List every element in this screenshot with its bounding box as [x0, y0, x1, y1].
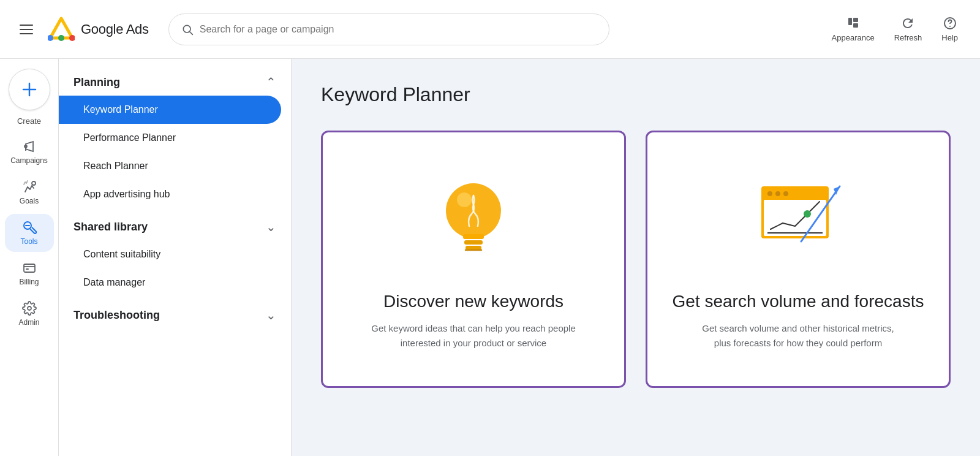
appearance-icon: [846, 16, 861, 31]
discover-keywords-desc: Get keyword ideas that can help you reac…: [369, 321, 578, 351]
svg-rect-8: [853, 23, 858, 28]
planning-section-header[interactable]: Planning ⌃: [59, 69, 291, 96]
plus-icon: [21, 81, 38, 98]
nav-menu: Planning ⌃ Keyword Planner Performance P…: [59, 59, 292, 456]
svg-point-29: [775, 191, 780, 196]
top-nav: Google Ads Appearance Refresh: [0, 0, 980, 59]
svg-point-33: [804, 210, 811, 218]
search-volume-card[interactable]: Get search volume and forecasts Get sear…: [646, 131, 951, 388]
google-ads-logo-text: Google Ads: [81, 21, 149, 37]
page-title: Keyword Planner: [321, 83, 951, 106]
svg-rect-6: [848, 18, 852, 25]
search-volume-title: Get search volume and forecasts: [673, 292, 924, 311]
search-volume-icon-area: [749, 162, 847, 272]
sidebar-item-goals[interactable]: Goals: [5, 173, 54, 211]
troubleshooting-section-header[interactable]: Troubleshooting ⌄: [59, 302, 291, 329]
refresh-icon: [900, 16, 915, 31]
data-manager-item[interactable]: Data manager: [59, 268, 281, 297]
svg-point-20: [28, 306, 31, 310]
troubleshooting-section-title: Troubleshooting: [74, 309, 160, 322]
planning-chevron-up-icon: ⌃: [266, 75, 276, 89]
hamburger-icon: [20, 25, 33, 34]
svg-rect-19: [26, 268, 29, 270]
refresh-button[interactable]: Refresh: [887, 11, 930, 47]
help-icon: [943, 16, 957, 31]
tools-label: Tools: [20, 237, 37, 246]
search-icon: [181, 23, 194, 36]
sidebar-item-tools[interactable]: Tools: [5, 214, 54, 252]
body-container: Create Campaigns Goals: [0, 59, 980, 456]
svg-point-1: [58, 35, 64, 41]
admin-icon: [22, 301, 37, 316]
shared-library-section-header[interactable]: Shared library ⌄: [59, 213, 291, 240]
top-nav-actions: Appearance Refresh Help: [824, 11, 965, 47]
search-bar: [168, 13, 609, 45]
goals-icon: [22, 180, 37, 194]
planning-section-title: Planning: [74, 76, 120, 89]
discover-keywords-card[interactable]: Discover new keywords Get keyword ideas …: [321, 131, 626, 388]
shared-library-section-title: Shared library: [74, 221, 148, 234]
cards-container: Discover new keywords Get keyword ideas …: [321, 131, 951, 388]
svg-rect-17: [24, 264, 35, 272]
billing-label: Billing: [19, 278, 39, 286]
svg-point-22: [457, 192, 472, 207]
svg-point-10: [949, 26, 951, 27]
menu-toggle-button[interactable]: [15, 20, 38, 39]
billing-icon: [22, 260, 37, 275]
troubleshooting-chevron-down-icon: ⌄: [266, 308, 276, 322]
app-advertising-hub-item[interactable]: App advertising hub: [59, 180, 281, 208]
content-suitability-item[interactable]: Content suitability: [59, 240, 281, 268]
create-button[interactable]: [9, 69, 50, 110]
search-input[interactable]: [200, 24, 597, 35]
svg-point-30: [783, 191, 788, 196]
google-ads-logo[interactable]: Google Ads: [48, 16, 149, 43]
svg-line-5: [190, 31, 193, 34]
tools-icon: [22, 220, 37, 235]
main-content: Keyword Planner: [292, 59, 980, 456]
shared-library-chevron-down-icon: ⌄: [266, 219, 276, 234]
svg-point-28: [767, 191, 772, 196]
appearance-button[interactable]: Appearance: [824, 11, 882, 47]
create-label: Create: [17, 116, 41, 126]
google-ads-logo-icon: [48, 16, 75, 43]
svg-point-15: [32, 181, 36, 185]
discover-keywords-icon-area: [434, 162, 513, 272]
svg-rect-23: [463, 234, 484, 239]
sidebar-item-billing[interactable]: Billing: [5, 254, 54, 292]
svg-rect-24: [464, 240, 483, 245]
help-button[interactable]: Help: [934, 11, 965, 47]
reach-planner-item[interactable]: Reach Planner: [59, 152, 281, 180]
discover-keywords-title: Discover new keywords: [383, 292, 564, 311]
goals-label: Goals: [20, 197, 39, 205]
sidebar-item-campaigns[interactable]: Campaigns: [5, 133, 54, 171]
performance-planner-item[interactable]: Performance Planner: [59, 124, 281, 152]
keyword-planner-item[interactable]: Keyword Planner: [59, 96, 281, 124]
sidebar-item-admin[interactable]: Admin: [5, 295, 54, 333]
sidebar-icons: Create Campaigns Goals: [0, 59, 59, 456]
admin-label: Admin: [18, 318, 39, 327]
campaigns-icon: [22, 139, 37, 154]
chart-icon: [749, 174, 847, 260]
search-volume-desc: Get search volume and other historical m…: [694, 321, 902, 351]
svg-rect-7: [853, 18, 858, 22]
campaigns-label: Campaigns: [10, 156, 48, 165]
lightbulb-icon: [434, 168, 513, 266]
